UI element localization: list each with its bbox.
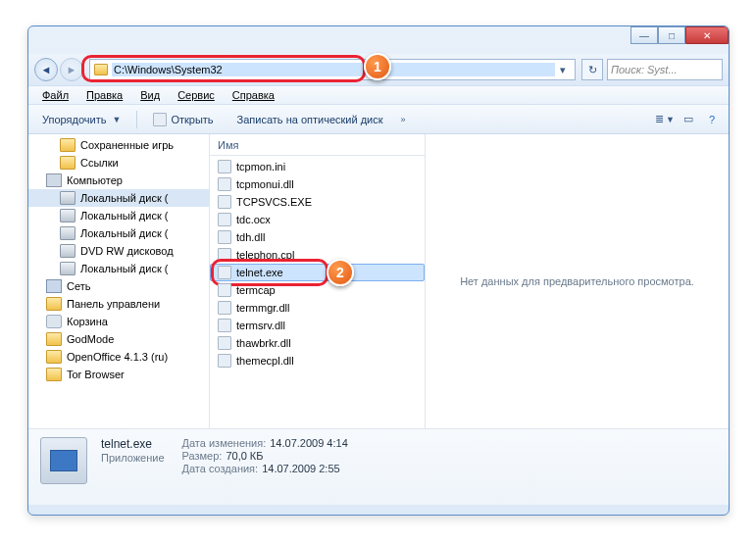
organize-button[interactable]: Упорядочить ▼	[34, 110, 128, 129]
file-name: tcpmon.ini	[236, 161, 285, 173]
tree-item-label: GodMode	[67, 333, 114, 345]
address-dropdown[interactable]: ▾	[555, 60, 571, 79]
preview-text: Нет данных для предварительного просмотр…	[460, 275, 694, 287]
file-icon	[218, 336, 231, 350]
tree-item[interactable]: Tor Browser	[28, 366, 209, 383]
minimize-button[interactable]: —	[630, 26, 658, 44]
tree-item[interactable]: Сеть	[28, 277, 209, 295]
file-name: tdc.ocx	[236, 214, 271, 225]
file-name: termcap	[236, 284, 276, 296]
maximize-button[interactable]: □	[658, 26, 685, 44]
menu-edit[interactable]: Правка	[78, 87, 130, 103]
help-icon[interactable]: ?	[701, 110, 723, 129]
separator	[136, 111, 137, 128]
file-type-icon	[40, 437, 87, 484]
file-icon	[218, 195, 231, 209]
column-header-name[interactable]: Имя	[210, 134, 425, 156]
file-item[interactable]: telnet.exe2	[210, 264, 425, 281]
tree-item[interactable]: Корзина	[28, 313, 209, 330]
tree-item-label: Корзина	[67, 316, 108, 327]
file-icon	[218, 354, 231, 368]
tree-item[interactable]: Локальный диск (	[28, 224, 209, 242]
view-mode-button[interactable]: ≣▼	[654, 110, 676, 129]
net-icon	[46, 279, 62, 293]
menu-view[interactable]: Вид	[132, 87, 168, 103]
menu-file[interactable]: Файл	[34, 87, 76, 103]
tree-item[interactable]: OpenOffice 4.1.3 (ru)	[28, 348, 209, 366]
tree-item-label: Локальный диск (	[80, 263, 168, 274]
open-button[interactable]: Открыть	[145, 109, 221, 130]
tree-item[interactable]: Сохраненные игрь	[28, 136, 209, 154]
tree-item[interactable]: GodMode	[28, 330, 209, 348]
modified-label: Дата изменения:	[182, 437, 267, 449]
file-item[interactable]: termcap	[210, 281, 425, 299]
menu-tools[interactable]: Сервис	[170, 87, 223, 103]
file-item[interactable]: tdh.dll	[210, 228, 425, 246]
file-name: termsrv.dll	[236, 320, 285, 331]
tree-item[interactable]: Компьютер	[28, 172, 209, 189]
close-button[interactable]: ✕	[685, 26, 729, 44]
back-button[interactable]: ◄	[34, 58, 58, 81]
file-item[interactable]: telephon.cpl	[210, 246, 425, 264]
tree-item-label: Локальный диск (	[80, 210, 168, 222]
tree-item[interactable]: DVD RW дисковод	[28, 242, 209, 260]
file-item[interactable]: themecpl.dll	[210, 352, 425, 370]
folder-icon	[94, 64, 108, 75]
details-filename: telnet.exe	[101, 437, 165, 451]
file-icon	[218, 160, 231, 173]
open-label: Открыть	[171, 114, 213, 125]
search-box[interactable]: Поиск: Syst...	[607, 59, 723, 80]
file-item[interactable]: tdc.ocx	[210, 211, 425, 228]
more-chevron-icon[interactable]: »	[401, 115, 406, 124]
file-item[interactable]: tcpmonui.dll	[210, 175, 425, 193]
tree-item-label: Tor Browser	[67, 369, 125, 380]
file-name: thawbrkr.dll	[236, 337, 291, 349]
details-filetype: Приложение	[101, 452, 165, 464]
file-item[interactable]: termmgr.dll	[210, 299, 425, 317]
file-list[interactable]: tcpmon.initcpmonui.dllTCPSVCS.EXEtdc.ocx…	[210, 156, 425, 371]
file-icon	[218, 177, 231, 191]
menu-help[interactable]: Справка	[225, 87, 282, 103]
preview-pane: Нет данных для предварительного просмотр…	[425, 134, 729, 428]
address-wrap: 1 ▾	[89, 59, 576, 80]
file-icon	[218, 230, 231, 244]
tree-item[interactable]: Ссылки	[28, 154, 209, 172]
view-buttons: ≣▼ ▭ ?	[654, 110, 723, 129]
file-name: telephon.cpl	[236, 249, 294, 261]
file-icon	[218, 248, 231, 262]
navigation-tree[interactable]: Сохраненные игрьСсылкиКомпьютерЛокальный…	[28, 134, 210, 428]
file-name: TCPSVCS.EXE	[236, 196, 312, 208]
address-bar[interactable]: ▾	[89, 59, 576, 80]
created-label: Дата создания:	[182, 463, 259, 474]
tree-item[interactable]: Локальный диск (	[28, 189, 209, 207]
preview-pane-button[interactable]: ▭	[678, 110, 699, 129]
file-name: tdh.dll	[236, 231, 265, 243]
folder-icon	[46, 297, 62, 311]
address-input[interactable]	[112, 63, 555, 76]
tree-item-label: Локальный диск (	[80, 192, 168, 204]
forward-button[interactable]: ►	[60, 58, 83, 81]
refresh-button[interactable]: ↻	[581, 59, 603, 80]
file-item[interactable]: thawbrkr.dll	[210, 334, 425, 352]
file-list-pane: Имя tcpmon.initcpmonui.dllTCPSVCS.EXEtdc…	[210, 134, 425, 428]
drive-icon	[60, 191, 76, 205]
chevron-down-icon: ▼	[112, 115, 121, 124]
drive-icon	[60, 209, 76, 222]
burn-button[interactable]: Записать на оптический диск	[229, 110, 391, 129]
tree-item-label: Панель управлени	[67, 298, 160, 310]
tree-item[interactable]: Локальный диск (	[28, 260, 209, 277]
menu-bar: Файл Правка Вид Сервис Справка	[28, 85, 729, 105]
modified-value: 14.07.2009 4:14	[270, 437, 348, 449]
file-name: themecpl.dll	[236, 355, 294, 367]
open-icon	[153, 113, 167, 126]
file-item[interactable]: tcpmon.ini	[210, 158, 425, 175]
file-item[interactable]: TCPSVCS.EXE	[210, 193, 425, 211]
callout-two: 2	[327, 259, 354, 286]
explorer-window: — □ ✕ ◄ ► 1 ▾ ↻ Поиск: Syst... Файл Прав…	[27, 25, 730, 516]
drive-icon	[60, 244, 76, 258]
tree-item[interactable]: Локальный диск (	[28, 207, 209, 224]
file-item[interactable]: termsrv.dll	[210, 317, 425, 334]
tree-item[interactable]: Панель управлени	[28, 295, 209, 313]
file-name: termmgr.dll	[236, 302, 289, 314]
folder-icon	[46, 332, 62, 346]
